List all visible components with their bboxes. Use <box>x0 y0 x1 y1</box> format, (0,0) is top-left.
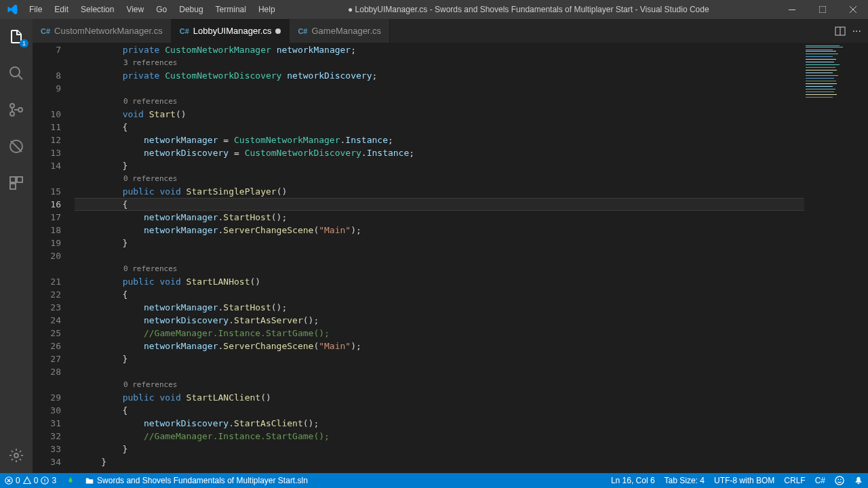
code-line[interactable]: { <box>75 288 804 301</box>
code-line[interactable]: } <box>75 352 804 365</box>
codelens[interactable]: 0 references <box>75 378 804 391</box>
solution-name: Swords and Shovels Fundamentals of Multi… <box>97 476 308 485</box>
activity-bar: 1 <box>0 19 33 473</box>
tab-label: CustomNetworkManager.cs <box>54 26 163 36</box>
status-omnisharp-flame[interactable] <box>61 473 80 488</box>
code-line[interactable]: networkDiscovery.StartAsClient(); <box>75 417 804 430</box>
code-line[interactable]: { <box>75 404 804 417</box>
code-line[interactable]: public void StartLANHost() <box>75 275 804 288</box>
more-actions-icon[interactable]: ··· <box>852 25 861 37</box>
line-number: 30 <box>33 404 61 417</box>
code-line[interactable]: private CustomNetworkDiscovery networkDi… <box>75 69 804 82</box>
menu-edit[interactable]: Edit <box>49 2 74 17</box>
code-line[interactable]: public void StartLANClient() <box>75 391 804 404</box>
codelens[interactable]: 0 references <box>75 262 804 275</box>
tab-gamemanager[interactable]: C# GameManager.cs <box>290 19 390 43</box>
line-number: 21 <box>33 275 61 288</box>
code-line[interactable]: networkManager.ServerChangeScene("Main")… <box>75 224 804 237</box>
menu-debug[interactable]: Debug <box>174 2 208 17</box>
line-number: 16 <box>33 198 61 211</box>
editor-body[interactable]: 7891011121314151617181920212223242526272… <box>33 43 868 473</box>
code-line[interactable]: networkManager.StartHost(); <box>75 211 804 224</box>
error-count: 0 <box>16 476 20 485</box>
status-problems[interactable]: 0 0 3 <box>0 473 61 488</box>
code-line[interactable]: //GameManager.Instance.StartGame(); <box>75 430 804 443</box>
svg-point-14 <box>835 476 844 485</box>
menu-selection[interactable]: Selection <box>75 2 119 17</box>
line-number: 12 <box>33 134 61 146</box>
gutter-blank <box>33 172 61 185</box>
line-number: 27 <box>33 352 61 365</box>
code-line[interactable]: networkDiscovery.StartAsServer(); <box>75 314 804 327</box>
code-line[interactable]: networkManager.ServerChangeScene("Main")… <box>75 340 804 352</box>
extensions-icon[interactable] <box>0 169 33 197</box>
code-line[interactable]: { <box>75 198 804 211</box>
tab-label: LobbyUIManager.cs <box>193 26 272 36</box>
menu-file[interactable]: File <box>24 2 47 17</box>
status-language[interactable]: C# <box>810 473 830 488</box>
minimap[interactable] <box>804 43 859 473</box>
svg-point-3 <box>10 104 14 108</box>
code-line[interactable]: networkManager = CustomNetworkManager.In… <box>75 134 804 146</box>
csharp-file-icon: C# <box>180 27 189 35</box>
tab-customnetworkmanager[interactable]: C# CustomNetworkManager.cs <box>33 19 172 43</box>
menu-help[interactable]: Help <box>253 2 281 17</box>
tab-lobbyuimanager[interactable]: C# LobbyUIManager.cs <box>172 19 290 43</box>
line-number: 33 <box>33 443 61 455</box>
code-line[interactable]: } <box>75 237 804 249</box>
code-line[interactable]: public void StartSinglePlayer() <box>75 185 804 198</box>
vscode-logo-icon <box>0 4 24 15</box>
tab-label: GameManager.cs <box>311 26 381 36</box>
status-tab-size[interactable]: Tab Size: 4 <box>660 473 709 488</box>
status-solution[interactable]: Swords and Shovels Fundamentals of Multi… <box>80 473 313 488</box>
code-line[interactable]: } <box>75 443 804 455</box>
line-number: 24 <box>33 314 61 327</box>
line-number: 14 <box>33 159 61 172</box>
svg-point-5 <box>18 108 22 112</box>
line-number: 20 <box>33 249 61 262</box>
settings-gear-icon[interactable] <box>0 442 33 469</box>
codelens[interactable]: 3 references <box>75 56 804 69</box>
source-control-icon[interactable] <box>0 96 33 123</box>
line-number: 10 <box>33 108 61 121</box>
code-line[interactable]: } <box>75 455 804 468</box>
debug-icon[interactable] <box>0 133 33 160</box>
code-line[interactable] <box>75 249 804 262</box>
status-encoding[interactable]: UTF-8 with BOM <box>709 473 779 488</box>
menu-terminal[interactable]: Terminal <box>210 2 252 17</box>
status-eol[interactable]: CRLF <box>779 473 810 488</box>
code-line[interactable] <box>75 82 804 95</box>
search-icon[interactable] <box>0 60 33 87</box>
code-line[interactable]: //GameManager.Instance.StartGame(); <box>75 327 804 340</box>
code-line[interactable]: private CustomNetworkManager networkMana… <box>75 43 804 56</box>
status-line-col[interactable]: Ln 16, Col 6 <box>606 473 660 488</box>
explorer-badge: 1 <box>20 39 28 47</box>
vertical-scrollbar[interactable] <box>859 43 868 473</box>
line-number: 34 <box>33 455 61 468</box>
gutter-blank <box>33 56 61 69</box>
svg-point-2 <box>10 67 20 77</box>
info-count: 3 <box>52 476 56 485</box>
code-line[interactable]: networkDiscovery = CustomNetworkDiscover… <box>75 146 804 159</box>
codelens[interactable]: 0 references <box>75 95 804 108</box>
menu-view[interactable]: View <box>121 2 149 17</box>
line-number: 19 <box>33 237 61 249</box>
status-feedback-icon[interactable] <box>830 473 849 488</box>
csharp-file-icon: C# <box>41 27 50 35</box>
status-notifications-icon[interactable] <box>849 473 868 488</box>
code-line[interactable]: } <box>75 159 804 172</box>
close-button[interactable] <box>837 0 868 19</box>
split-editor-icon[interactable] <box>835 26 846 37</box>
code-line[interactable]: void Start() <box>75 108 804 121</box>
code-line[interactable] <box>75 365 804 378</box>
explorer-icon[interactable]: 1 <box>0 23 33 50</box>
code-content[interactable]: private CustomNetworkManager networkMana… <box>75 43 804 473</box>
codelens[interactable]: 0 references <box>75 172 804 185</box>
menu-go[interactable]: Go <box>151 2 172 17</box>
maximize-button[interactable] <box>807 0 837 19</box>
code-line[interactable]: { <box>75 121 804 134</box>
minimize-button[interactable] <box>776 0 807 19</box>
code-line[interactable]: networkManager.StartHost(); <box>75 301 804 314</box>
line-number: 28 <box>33 365 61 378</box>
dirty-indicator-icon <box>275 28 281 34</box>
